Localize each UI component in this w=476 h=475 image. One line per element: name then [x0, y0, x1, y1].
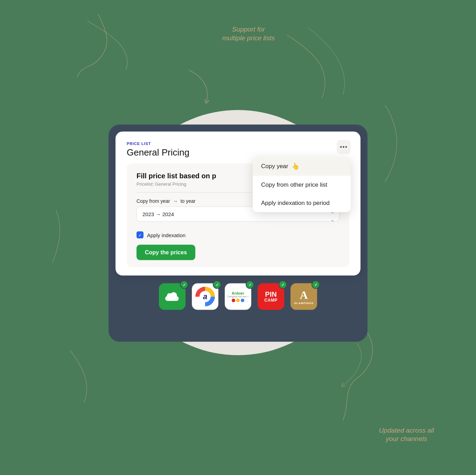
check-badge-cloud: ✓: [180, 281, 188, 289]
check-badge-ardoer: ✓: [246, 281, 254, 289]
checkbox-row: ✓ Apply indexation: [136, 232, 340, 239]
copy-prices-button[interactable]: Copy the prices: [136, 245, 195, 260]
annotation-bottom: Updated across all your channels: [379, 426, 434, 443]
logo-pincamp: PIN CAMP ✓: [257, 283, 285, 311]
logo-glampings: A GLAMPINGS ✓: [290, 283, 318, 311]
ardoer-dot-blue: [241, 299, 244, 302]
main-card: PRICE LIST General Pricing ••• Copy year…: [115, 132, 360, 276]
dropdown-item-apply-indexation[interactable]: Apply indexation to period: [253, 194, 351, 212]
logo-anwb: a ✓: [191, 283, 219, 311]
apply-indexation-checkbox[interactable]: ✓: [136, 232, 144, 239]
outer-card: PRICE LIST General Pricing ••• Copy year…: [108, 125, 368, 342]
hand-cursor-icon: 👆: [292, 163, 299, 170]
dropdown-menu: Copy year 👆 Copy from other price list A…: [253, 157, 351, 212]
menu-button[interactable]: •••: [337, 140, 351, 154]
cloud-svg-icon: [164, 291, 180, 302]
price-list-label: PRICE LIST: [127, 142, 349, 146]
check-badge-glampings: ✓: [312, 281, 320, 289]
dropdown-item-copy-from[interactable]: Copy from other price list: [253, 176, 351, 194]
ardoer-dot-yellow: [236, 299, 240, 302]
check-badge-anwb: ✓: [213, 281, 221, 289]
price-list-title: General Pricing: [127, 147, 349, 158]
logo-green-cloud: ✓: [158, 283, 186, 311]
check-badge-pincamp: ✓: [279, 281, 287, 289]
annotation-top: Support for multiple price lists: [222, 25, 275, 42]
apply-indexation-label: Apply indexation: [147, 232, 186, 238]
ardoer-dot-red: [232, 299, 235, 302]
checkbox-check-icon: ✓: [138, 232, 142, 238]
logos-row: ✓ a ✓ Ardoer Camping met een +: [155, 283, 321, 311]
dropdown-item-copy-year[interactable]: Copy year 👆: [253, 157, 351, 176]
logo-ardoer: Ardoer Camping met een + ✓: [224, 283, 252, 311]
